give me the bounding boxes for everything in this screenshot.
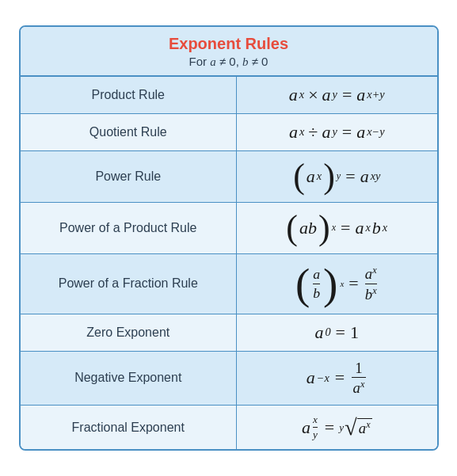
- table-header: Exponent Rules For a ≠ 0, b ≠ 0: [21, 27, 437, 77]
- rule-formula-power-product: ( ab ) x = ax bx: [237, 203, 436, 253]
- rule-name-power-product: Power of a Product Rule: [21, 203, 238, 253]
- table-row: Zero Exponent a0 = 1: [21, 314, 437, 352]
- rule-formula-power-fraction: ( a b ) x = ax bx: [237, 254, 436, 314]
- rule-formula-quotient: ax ÷ ay = ax−y: [237, 114, 436, 150]
- table-row: Negative Exponent a−x = 1 ax: [21, 352, 437, 406]
- table-row: Fractional Exponent a x y = y √ ax: [21, 406, 437, 449]
- rule-name-power: Power Rule: [21, 151, 238, 202]
- table-row: Power of a Fraction Rule ( a b ) x = ax …: [21, 254, 437, 314]
- rule-name-zero: Zero Exponent: [21, 314, 238, 351]
- exponent-rules-table: Exponent Rules For a ≠ 0, b ≠ 0 Product …: [19, 25, 439, 451]
- table-row: Power of a Product Rule ( ab ) x = ax bx: [21, 203, 437, 254]
- rule-formula-fractional: a x y = y √ ax: [237, 406, 436, 449]
- rule-formula-zero: a0 = 1: [237, 314, 436, 351]
- table-row: Product Rule ax × ay = ax+y: [21, 77, 437, 114]
- table-subtitle: For a ≠ 0, b ≠ 0: [33, 55, 425, 69]
- rule-name-quotient: Quotient Rule: [21, 114, 238, 150]
- table-row: Quotient Rule ax ÷ ay = ax−y: [21, 114, 437, 151]
- rule-formula-negative: a−x = 1 ax: [237, 352, 436, 405]
- table-title: Exponent Rules: [33, 35, 425, 53]
- rule-name-product: Product Rule: [21, 77, 238, 113]
- rule-formula-power: ( ax ) y = axy: [237, 151, 436, 202]
- rule-name-power-fraction: Power of a Fraction Rule: [21, 254, 238, 314]
- rule-formula-product: ax × ay = ax+y: [237, 77, 436, 113]
- rule-name-fractional: Fractional Exponent: [21, 406, 238, 449]
- table-row: Power Rule ( ax ) y = axy: [21, 151, 437, 203]
- rule-name-negative: Negative Exponent: [21, 352, 238, 405]
